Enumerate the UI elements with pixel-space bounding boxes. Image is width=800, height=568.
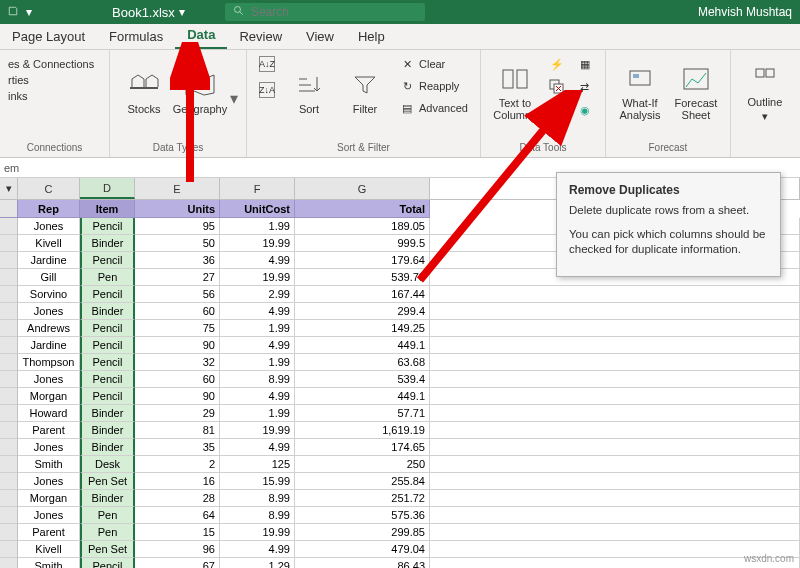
row-number[interactable] [0, 320, 18, 337]
sort-button[interactable]: Sort [283, 54, 335, 130]
edit-links-link[interactable]: inks [8, 90, 101, 102]
cell-total[interactable]: 63.68 [295, 354, 430, 371]
cell-item[interactable]: Pencil [80, 252, 135, 269]
cell-rep[interactable]: Kivell [18, 541, 80, 558]
cell-unitcost[interactable]: 4.99 [220, 541, 295, 558]
cell-rep[interactable]: Jones [18, 218, 80, 235]
cell-total[interactable]: 479.04 [295, 541, 430, 558]
relationships-button[interactable]: ⇄ [573, 77, 597, 97]
cell-item[interactable]: Pencil [80, 388, 135, 405]
cell-units[interactable]: 90 [135, 388, 220, 405]
clear-button[interactable]: ✕Clear [395, 54, 472, 74]
row-number[interactable] [0, 473, 18, 490]
cell-rep[interactable]: Kivell [18, 235, 80, 252]
cell-units[interactable]: 35 [135, 439, 220, 456]
cell-item[interactable]: Pen [80, 269, 135, 286]
cell-units[interactable]: 64 [135, 507, 220, 524]
cell-item[interactable]: Binder [80, 405, 135, 422]
sort-az-button[interactable]: A↓Z [255, 54, 279, 74]
search-box[interactable] [225, 3, 425, 21]
row-number[interactable] [0, 405, 18, 422]
cell-total[interactable]: 539.4 [295, 371, 430, 388]
select-all-corner[interactable]: ▾ [0, 178, 18, 199]
cell-item[interactable]: Desk [80, 456, 135, 473]
cell-item[interactable]: Pencil [80, 354, 135, 371]
cell-total[interactable]: 299.4 [295, 303, 430, 320]
header-unitcost[interactable]: UnitCost [220, 200, 295, 218]
cell-item[interactable]: Pencil [80, 371, 135, 388]
cell-rep[interactable]: Morgan [18, 388, 80, 405]
filter-button[interactable]: Filter [339, 54, 391, 130]
cell-unitcost[interactable]: 19.99 [220, 235, 295, 252]
cell-total[interactable]: 999.5 [295, 235, 430, 252]
header-item[interactable]: Item [80, 200, 135, 218]
geography-button[interactable]: Geography [174, 54, 226, 130]
cell-units[interactable]: 32 [135, 354, 220, 371]
chevron-down-icon[interactable]: ▾ [230, 89, 238, 108]
table-row[interactable]: AndrewsPencil751.99149.25 [0, 320, 800, 337]
cell-item[interactable]: Binder [80, 490, 135, 507]
table-row[interactable]: JardinePencil904.99449.1 [0, 337, 800, 354]
tab-formulas[interactable]: Formulas [97, 25, 175, 49]
table-row[interactable]: ParentPen1519.99299.85 [0, 524, 800, 541]
table-row[interactable]: JonesBinder354.99174.65 [0, 439, 800, 456]
cell-unitcost[interactable]: 19.99 [220, 269, 295, 286]
cell-units[interactable]: 75 [135, 320, 220, 337]
tab-data[interactable]: Data [175, 23, 227, 49]
cell-item[interactable]: Pen Set [80, 473, 135, 490]
cell-item[interactable]: Binder [80, 422, 135, 439]
cell-item[interactable]: Pen Set [80, 541, 135, 558]
cell-unitcost[interactable]: 8.99 [220, 507, 295, 524]
outline-button[interactable]: Outline ▾ [739, 54, 791, 130]
header-total[interactable]: Total [295, 200, 430, 218]
cell-unitcost[interactable]: 4.99 [220, 337, 295, 354]
cell-total[interactable]: 179.64 [295, 252, 430, 269]
cell-unitcost[interactable]: 1.99 [220, 405, 295, 422]
cell-item[interactable]: Pencil [80, 218, 135, 235]
row-number[interactable] [0, 524, 18, 541]
cell-unitcost[interactable]: 1.29 [220, 558, 295, 568]
cell-item[interactable]: Pencil [80, 558, 135, 568]
cell-units[interactable]: 15 [135, 524, 220, 541]
cell-rep[interactable]: Gill [18, 269, 80, 286]
cell-units[interactable]: 90 [135, 337, 220, 354]
row-number[interactable] [0, 490, 18, 507]
cell-rep[interactable]: Jones [18, 439, 80, 456]
cell-item[interactable]: Pen [80, 507, 135, 524]
cell-unitcost[interactable]: 4.99 [220, 388, 295, 405]
row-number[interactable] [0, 507, 18, 524]
table-row[interactable]: JonesPen648.99575.36 [0, 507, 800, 524]
table-row[interactable]: SmithPencil671.2986.43 [0, 558, 800, 568]
cell-units[interactable]: 16 [135, 473, 220, 490]
cell-rep[interactable]: Sorvino [18, 286, 80, 303]
cell-item[interactable]: Pencil [80, 320, 135, 337]
row-number[interactable] [0, 439, 18, 456]
cell-item[interactable]: Pen [80, 524, 135, 541]
table-row[interactable]: ParentBinder8119.991,619.19 [0, 422, 800, 439]
cell-item[interactable]: Binder [80, 303, 135, 320]
cell-rep[interactable]: Andrews [18, 320, 80, 337]
cell-rep[interactable]: Jardine [18, 252, 80, 269]
cell-unitcost[interactable]: 8.99 [220, 371, 295, 388]
reapply-button[interactable]: ↻Reapply [395, 76, 472, 96]
row-number[interactable] [0, 558, 18, 568]
col-e[interactable]: E [135, 178, 220, 199]
cell-rep[interactable]: Jardine [18, 337, 80, 354]
queries-connections-link[interactable]: es & Connections [8, 58, 101, 70]
cell-item[interactable]: Binder [80, 439, 135, 456]
table-row[interactable]: JonesPen Set1615.99255.84 [0, 473, 800, 490]
row-number[interactable] [0, 388, 18, 405]
row-number[interactable] [0, 456, 18, 473]
remove-duplicates-button[interactable] [545, 77, 569, 97]
manage-data-model-button[interactable]: ◉ [573, 100, 597, 120]
row-number[interactable] [0, 371, 18, 388]
tab-page-layout[interactable]: Page Layout [0, 25, 97, 49]
filename-dropdown-icon[interactable]: ▾ [179, 5, 185, 19]
cell-units[interactable]: 81 [135, 422, 220, 439]
table-row[interactable]: KivellPen Set964.99479.04 [0, 541, 800, 558]
cell-total[interactable]: 167.44 [295, 286, 430, 303]
dropdown-icon[interactable]: ▾ [26, 5, 32, 19]
cell-units[interactable]: 67 [135, 558, 220, 568]
cell-unitcost[interactable]: 15.99 [220, 473, 295, 490]
what-if-button[interactable]: What-If Analysis [614, 54, 666, 130]
